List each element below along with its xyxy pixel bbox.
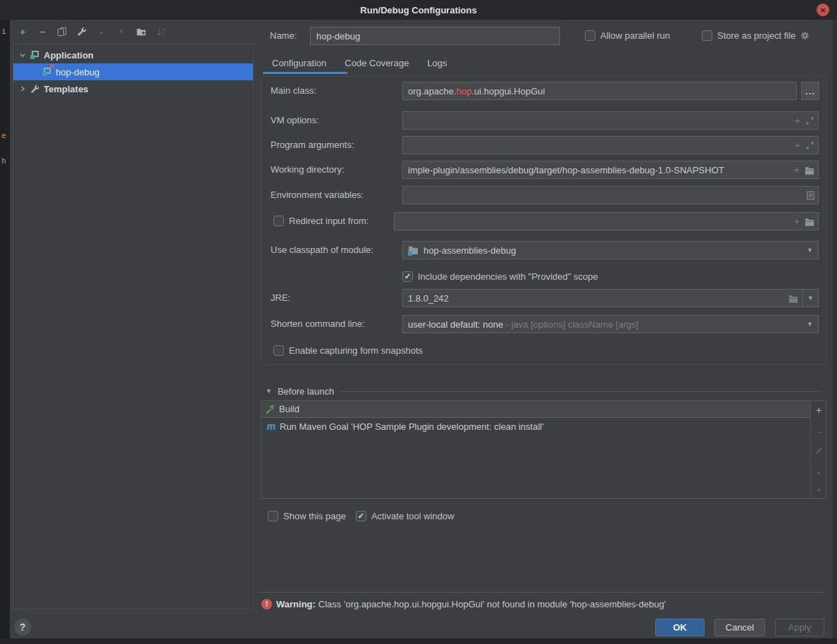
activate-tool-window-checkbox[interactable]: ✓ — [356, 511, 366, 521]
ok-button[interactable]: OK — [655, 619, 705, 636]
chevron-down-icon[interactable]: ▼ — [807, 247, 813, 254]
show-this-page-option: Show this page — [268, 511, 346, 521]
move-up-icon[interactable]: ▲ — [96, 26, 107, 37]
editor-fragment: i — [1, 27, 6, 36]
include-provided-option: ✓ Include dependencies with "Provided" s… — [402, 271, 598, 282]
chevron-down-icon[interactable]: ▼ — [802, 290, 818, 306]
before-launch-title: Before launch — [278, 386, 334, 397]
maven-icon: m — [266, 421, 277, 432]
chevron-down-icon[interactable] — [19, 51, 26, 58]
collapse-triangle-icon[interactable]: ▼ — [266, 388, 272, 395]
include-provided-checkbox[interactable]: ✓ — [402, 271, 413, 282]
show-this-page-checkbox[interactable] — [268, 511, 278, 521]
tab-logs[interactable]: Logs — [427, 58, 447, 68]
background-strip-right — [833, 20, 837, 638]
form-snapshots-checkbox[interactable] — [273, 345, 284, 356]
tree-item-label: Templates — [44, 84, 88, 94]
move-down-icon[interactable]: ▼ — [116, 26, 127, 37]
chevron-right-icon[interactable] — [19, 85, 26, 92]
environment-variables-label: Environment variables: — [271, 186, 364, 204]
add-icon[interactable]: + — [795, 116, 800, 125]
before-launch-header[interactable]: ▼ Before launch — [266, 385, 822, 397]
add-icon[interactable]: + — [795, 140, 800, 150]
templates-wrench-icon — [29, 83, 40, 94]
warning-message: ! Warning: Class 'org.apache.hop.ui.hopg… — [261, 597, 666, 610]
warning-text: Class 'org.apache.hop.ui.hopgui.HopGui' … — [318, 599, 666, 609]
folder-browse-icon[interactable] — [805, 217, 814, 226]
program-arguments-input[interactable]: + — [402, 136, 819, 154]
add-task-icon[interactable]: + — [813, 404, 824, 416]
program-arguments-label: Program arguments: — [271, 136, 354, 154]
show-this-page-label: Show this page — [283, 511, 346, 521]
allow-parallel-run-checkbox[interactable] — [585, 30, 595, 41]
sort-configurations-icon[interactable]: az — [155, 26, 166, 37]
vm-options-label: VM options: — [271, 111, 319, 130]
main-class-value-error: hop — [457, 86, 472, 97]
divider — [259, 592, 824, 593]
check-icon: ✓ — [404, 273, 411, 280]
chevron-down-icon[interactable]: ▼ — [807, 321, 813, 328]
main-class-input[interactable]: org.apache.hop.ui.hopgui.HopGui — [402, 82, 797, 100]
editor-fragment: h — [1, 156, 6, 166]
cancel-button[interactable]: Cancel — [714, 619, 765, 636]
run-debug-configurations-dialog: { "titlebar": { "title": "Run/Debug Conf… — [0, 0, 837, 644]
before-launch-item-label: Build — [279, 404, 299, 414]
store-as-project-file-label: Store as project file — [717, 30, 795, 41]
sidebar-toolbar: + − ▲ ▼ az — [17, 26, 166, 37]
allow-parallel-run-option: Allow parallel run — [585, 30, 670, 41]
activate-tool-window-option: ✓ Activate tool window — [356, 511, 454, 521]
before-launch-toolbar: + − ▲ ▼ — [811, 400, 826, 499]
remove-task-icon[interactable]: − — [813, 426, 824, 438]
vm-options-input[interactable]: + — [402, 111, 819, 130]
new-folder-icon[interactable] — [135, 26, 147, 37]
divider — [340, 391, 822, 392]
background-editor-strip: i e h — [0, 20, 10, 638]
move-task-up-icon[interactable]: ▲ — [813, 466, 824, 478]
copy-configuration-icon[interactable] — [56, 26, 68, 37]
folder-browse-icon[interactable] — [788, 294, 798, 303]
tree-item-templates[interactable]: Templates — [13, 80, 253, 97]
main-class-value-prefix: org.apache. — [408, 86, 457, 97]
tab-configuration[interactable]: Configuration — [272, 58, 326, 68]
jre-combobox[interactable]: 1.8.0_242 ▼ — [402, 289, 819, 307]
tab-code-coverage[interactable]: Code Coverage — [345, 58, 409, 68]
before-launch-item-maven[interactable]: m Run Maven Goal 'HOP Sample Plugin deve… — [261, 418, 810, 435]
add-icon[interactable]: + — [794, 216, 800, 226]
classpath-module-combobox[interactable]: hop-assemblies-debug ▼ — [402, 241, 819, 259]
before-launch-item-build[interactable]: Build — [261, 401, 810, 418]
sort-letter-z: z — [163, 32, 166, 36]
help-button[interactable]: ? — [14, 619, 31, 636]
add-configuration-icon[interactable]: + — [17, 26, 28, 37]
editor-fragment: e — [1, 131, 6, 140]
add-icon[interactable]: + — [794, 165, 800, 175]
apply-button[interactable]: Apply — [775, 619, 824, 636]
edit-variables-icon[interactable] — [807, 191, 814, 200]
expand-icon[interactable] — [805, 141, 814, 150]
remove-configuration-icon[interactable]: − — [37, 26, 48, 37]
working-directory-input[interactable]: imple-plugin/assemblies/debug/target/hop… — [402, 161, 819, 179]
close-icon[interactable]: × — [817, 4, 829, 16]
active-tab-underline — [263, 72, 347, 74]
redirect-input-option: Redirect input from: — [273, 216, 368, 226]
folder-browse-icon[interactable] — [805, 166, 814, 175]
tree-item-application[interactable]: Application — [13, 47, 253, 63]
expand-icon[interactable] — [805, 116, 814, 125]
module-icon — [408, 245, 419, 255]
redirect-input-checkbox[interactable] — [273, 216, 284, 226]
tree-item-hop-debug[interactable]: hop-debug — [13, 63, 253, 80]
environment-variables-input[interactable] — [402, 186, 819, 204]
store-settings-gear-icon[interactable] — [800, 30, 810, 41]
editor-tabs: Configuration Code Coverage Logs — [272, 53, 447, 73]
build-hammer-icon — [266, 404, 276, 414]
redirect-input-field[interactable]: + — [394, 212, 819, 230]
before-launch-item-label: Run Maven Goal 'HOP Sample Plugin develo… — [280, 421, 544, 432]
tree-item-label: hop-debug — [56, 67, 99, 78]
shorten-command-line-combobox[interactable]: user-local default: none - java [options… — [402, 315, 819, 333]
store-as-project-file-checkbox[interactable] — [702, 30, 712, 41]
edit-task-icon[interactable] — [813, 445, 824, 457]
move-task-down-icon[interactable]: ▼ — [813, 485, 824, 496]
form-snapshots-label: Enable capturing form snapshots — [289, 345, 423, 356]
edit-templates-icon[interactable] — [76, 26, 87, 37]
main-class-browse-button[interactable]: ... — [801, 82, 819, 100]
name-input[interactable]: hop-debug — [310, 27, 560, 45]
